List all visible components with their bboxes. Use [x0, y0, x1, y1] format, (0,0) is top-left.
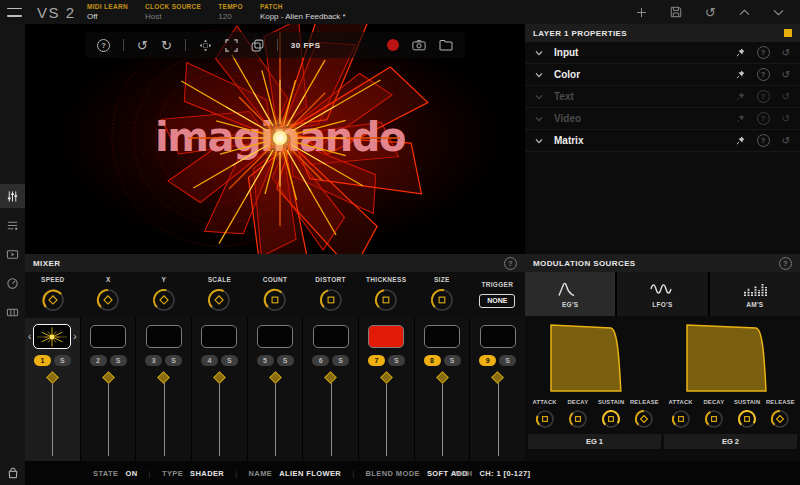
- param-value[interactable]: Kopp - Alien Feedback *: [260, 13, 346, 21]
- save-icon[interactable]: [670, 6, 682, 18]
- layer-select-button[interactable]: 3: [145, 355, 162, 366]
- layer-thumbnail[interactable]: [424, 325, 460, 348]
- layer-solo-button[interactable]: S: [499, 355, 516, 366]
- eg-knob-attack[interactable]: ATTACK: [664, 400, 697, 430]
- fader-handle[interactable]: [269, 371, 282, 384]
- pin-icon[interactable]: [736, 48, 745, 57]
- layer-thumbnail[interactable]: [90, 325, 126, 348]
- fader-handle[interactable]: [213, 371, 226, 384]
- reset-icon[interactable]: ↺: [782, 48, 790, 58]
- layer-thumbnail[interactable]: [480, 325, 516, 348]
- layer-solo-button[interactable]: S: [388, 355, 405, 366]
- plus-icon[interactable]: [636, 7, 647, 18]
- layer-fader[interactable]: [303, 369, 358, 461]
- fader-handle[interactable]: [491, 371, 504, 384]
- eg-name-tab[interactable]: EG 1: [528, 434, 661, 449]
- layer-select-button[interactable]: 4: [201, 355, 218, 366]
- param-value[interactable]: Off: [87, 13, 128, 21]
- mixer-knob-x[interactable]: X: [81, 277, 137, 313]
- layer-select-button[interactable]: 6: [312, 355, 329, 366]
- next-layer-arrow[interactable]: ›: [73, 332, 76, 342]
- modulation-tab-ams[interactable]: AM'S: [710, 272, 800, 316]
- camera-icon[interactable]: [412, 39, 426, 51]
- layers-icon[interactable]: [251, 39, 264, 52]
- shop-button[interactable]: [0, 467, 25, 479]
- layer-select-button[interactable]: 2: [90, 355, 107, 366]
- layer-select-button[interactable]: 8: [424, 355, 441, 366]
- fader-handle[interactable]: [102, 371, 115, 384]
- sidebar-item-mixer-faders[interactable]: [0, 184, 25, 208]
- reset-icon[interactable]: ↺: [782, 114, 790, 124]
- midi-value[interactable]: CH: 1 [0-127]: [479, 469, 530, 478]
- layer-color-swatch[interactable]: [784, 29, 792, 37]
- record-icon[interactable]: [387, 39, 399, 51]
- layer-fader[interactable]: [192, 369, 247, 461]
- mixer-knob-count[interactable]: COUNT: [247, 277, 303, 313]
- help-icon[interactable]: ?: [504, 257, 517, 270]
- pin-icon[interactable]: [736, 114, 745, 123]
- layer-fader[interactable]: [470, 369, 525, 461]
- property-section-matrix[interactable]: Matrix?↺: [525, 130, 800, 152]
- layer-select-button[interactable]: 7: [368, 355, 385, 366]
- help-icon[interactable]: ?: [779, 257, 792, 270]
- eg-knob-release[interactable]: RELEASE: [628, 400, 661, 430]
- layer-solo-button[interactable]: S: [165, 355, 182, 366]
- param-value[interactable]: Host: [145, 13, 201, 21]
- prev-layer-arrow[interactable]: ‹: [28, 332, 31, 342]
- mixer-knob-scale[interactable]: SCALE: [192, 277, 248, 313]
- help-icon[interactable]: ?: [757, 134, 770, 147]
- param-tempo[interactable]: TEMPO120: [218, 4, 243, 21]
- layer-thumbnail[interactable]: [146, 325, 182, 348]
- mixer-knob-y[interactable]: Y: [136, 277, 192, 313]
- layer-solo-button[interactable]: S: [444, 355, 461, 366]
- layer-fader[interactable]: [136, 369, 191, 461]
- chevron-down-icon[interactable]: [773, 9, 784, 16]
- status-value[interactable]: ON: [125, 469, 137, 478]
- eg-envelope-display[interactable]: [549, 321, 641, 397]
- modulation-tab-egs[interactable]: EG'S: [525, 272, 615, 316]
- layer-thumbnail[interactable]: [201, 325, 237, 348]
- fader-handle[interactable]: [380, 371, 393, 384]
- layer-solo-button[interactable]: S: [332, 355, 349, 366]
- eg-knob-decay[interactable]: DECAY: [697, 400, 730, 430]
- eg-knob-attack[interactable]: ATTACK: [528, 400, 561, 430]
- param-value[interactable]: 120: [218, 13, 243, 21]
- layer-thumbnail[interactable]: [33, 324, 71, 349]
- layer-fader[interactable]: [415, 369, 470, 461]
- pin-icon[interactable]: [736, 136, 745, 145]
- property-section-input[interactable]: Input?↺: [525, 42, 800, 64]
- property-section-color[interactable]: Color?↺: [525, 64, 800, 86]
- mixer-knob-size[interactable]: SIZE: [414, 277, 470, 313]
- pan-icon[interactable]: [199, 39, 212, 52]
- help-icon[interactable]: ?: [757, 112, 770, 125]
- help-icon[interactable]: ?: [757, 90, 770, 103]
- fader-handle[interactable]: [436, 371, 449, 384]
- fader-handle[interactable]: [324, 371, 337, 384]
- layer-fader[interactable]: [25, 369, 80, 461]
- pin-icon[interactable]: [736, 70, 745, 79]
- sidebar-item-dial[interactable]: [0, 271, 25, 295]
- reset-icon[interactable]: ↺: [782, 70, 790, 80]
- revert-icon[interactable]: ↺: [705, 6, 716, 19]
- eg-knob-sustain[interactable]: SUSTAIN: [731, 400, 764, 430]
- layer-select-button[interactable]: 5: [257, 355, 274, 366]
- modulation-tab-lfos[interactable]: LFO'S: [617, 272, 707, 316]
- eg-knob-sustain[interactable]: SUSTAIN: [595, 400, 628, 430]
- fader-handle[interactable]: [46, 371, 59, 384]
- help-icon[interactable]: ?: [757, 68, 770, 81]
- eg-envelope-display[interactable]: [685, 321, 777, 397]
- layer-thumbnail[interactable]: [313, 325, 349, 348]
- layer-solo-button[interactable]: S: [110, 355, 127, 366]
- property-section-video[interactable]: Video?↺: [525, 108, 800, 130]
- sidebar-item-pads[interactable]: [0, 300, 25, 324]
- status-value[interactable]: ALIEN FLOWER: [279, 469, 341, 478]
- eg-knob-decay[interactable]: DECAY: [561, 400, 594, 430]
- help-icon[interactable]: ?: [97, 39, 110, 52]
- mixer-knob-distort[interactable]: DISTORT: [303, 277, 359, 313]
- layer-solo-button[interactable]: S: [277, 355, 294, 366]
- undo-icon[interactable]: ↺: [137, 39, 148, 52]
- reset-icon[interactable]: ↺: [782, 92, 790, 102]
- param-clock-source[interactable]: CLOCK SOURCEHost: [145, 4, 201, 21]
- layer-select-button[interactable]: 9: [479, 355, 496, 366]
- fullscreen-icon[interactable]: [225, 39, 238, 52]
